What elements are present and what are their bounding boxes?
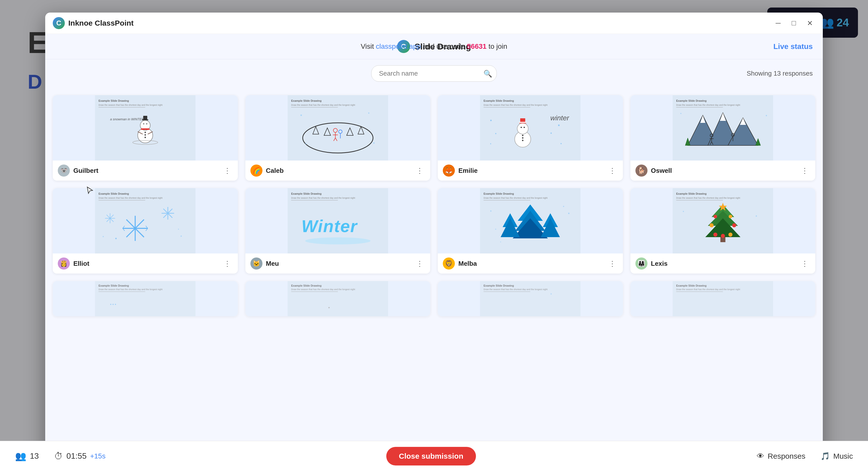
svg-text:Draw the season that has the s: Draw the season that has the shortest da…: [98, 197, 162, 199]
bottom-bar: 👥 13 ⏱ 01:55 +15s Close submission 👁 Res…: [0, 441, 868, 471]
card-footer-lexis: 👨‍👩‍👧 Lexis ⋮: [630, 253, 815, 274]
avatar-emilie: 🦊: [443, 164, 455, 177]
svg-text:Winter: Winter: [301, 217, 358, 236]
classpoint-link[interactable]: classpoint.app: [376, 42, 421, 50]
card-lexis[interactable]: Example Slide Drawing Draw the season th…: [630, 188, 815, 274]
menu-caleb[interactable]: ⋮: [414, 165, 425, 176]
timer-value: 01:55: [67, 451, 87, 461]
svg-point-13: [145, 134, 146, 136]
menu-guilbert[interactable]: ⋮: [222, 165, 233, 176]
close-submission-button[interactable]: Close submission: [386, 447, 476, 466]
name-meu: Meu: [266, 260, 411, 268]
card-drawing-partial-3: Example Slide Drawing Draw the season th…: [438, 281, 623, 316]
svg-rect-7: [141, 128, 149, 130]
search-row: 🔍 Showing 13 responses: [45, 59, 823, 88]
join-instruction: Visit classpoint.app and use code 56631 …: [361, 42, 507, 51]
responses-label: Responses: [768, 452, 805, 461]
svg-text:*: *: [490, 210, 492, 214]
svg-text:*: *: [560, 142, 562, 146]
main-modal: C Inknoe ClassPoint ─ □ ✕ C Slide Drawin…: [45, 12, 823, 466]
menu-meu[interactable]: ⋮: [414, 258, 425, 269]
card-partial-1[interactable]: Example Slide Drawing Draw the season th…: [53, 281, 238, 316]
svg-point-11: [146, 123, 147, 124]
svg-text:*: *: [180, 235, 182, 239]
card-drawing-partial-4: Example Slide Drawing Draw the season th…: [630, 281, 815, 316]
menu-melba[interactable]: ⋮: [607, 258, 618, 269]
svg-point-49: [524, 127, 525, 128]
svg-text:Example Slide Drawing: Example Slide Drawing: [484, 284, 514, 287]
svg-point-135: [728, 215, 732, 218]
svg-point-109: [305, 238, 370, 244]
svg-text:*: *: [558, 123, 560, 129]
card-drawing-emilie: Example Slide Drawing Draw the season th…: [438, 95, 623, 160]
card-guilbert[interactable]: Example Slide Drawing Draw the season th…: [53, 95, 238, 181]
card-partial-3[interactable]: Example Slide Drawing Draw the season th…: [438, 281, 623, 316]
cards-area[interactable]: Example Slide Drawing Draw the season th…: [45, 88, 823, 466]
svg-text:Example Slide Drawing: Example Slide Drawing: [98, 99, 129, 102]
svg-text:*: *: [305, 142, 307, 146]
menu-emilie[interactable]: ⋮: [607, 165, 618, 176]
timer-icon: ⏱: [54, 451, 63, 462]
card-drawing-lexis: Example Slide Drawing Draw the season th…: [630, 188, 815, 253]
music-icon: 🎵: [820, 452, 830, 461]
music-button[interactable]: 🎵 Music: [820, 452, 853, 461]
svg-text:*: *: [115, 237, 117, 242]
menu-oswell[interactable]: ⋮: [799, 165, 810, 176]
svg-point-138: [713, 232, 717, 237]
participant-count-stat: 👥 13: [15, 451, 39, 462]
card-oswell[interactable]: Example Slide Drawing Draw the season th…: [630, 95, 815, 181]
card-elliot[interactable]: Example Slide Drawing Draw the season th…: [53, 188, 238, 274]
card-drawing-partial-1: Example Slide Drawing Draw the season th…: [53, 281, 238, 316]
svg-text:Draw the season that has the s: Draw the season that has the shortest da…: [484, 104, 548, 106]
avatar-guilbert: 🐨: [58, 164, 70, 177]
search-input[interactable]: [371, 65, 497, 82]
svg-text:Draw the season that has the s: Draw the season that has the shortest da…: [484, 197, 548, 199]
svg-text:Draw the season that has the s: Draw the season that has the shortest da…: [676, 288, 740, 291]
responses-icon: 👁: [757, 452, 764, 461]
search-button[interactable]: 🔍: [484, 69, 492, 77]
card-caleb[interactable]: Example Slide Drawing Draw the season th…: [245, 95, 431, 181]
menu-lexis[interactable]: ⋮: [799, 258, 810, 269]
svg-text:*: *: [755, 215, 757, 219]
card-drawing-melba: Example Slide Drawing Draw the season th…: [438, 188, 623, 253]
maximize-button[interactable]: □: [789, 18, 799, 28]
card-footer-oswell: 🐕 Oswell ⋮: [630, 160, 815, 181]
svg-text:Draw the season that has the s: Draw the season that has the shortest da…: [291, 288, 355, 291]
svg-text:*: *: [500, 241, 501, 244]
responses-button[interactable]: 👁 Responses: [757, 452, 805, 461]
modal-titlebar: C Inknoe ClassPoint ─ □ ✕: [45, 12, 823, 34]
name-guilbert: Guilbert: [73, 167, 218, 175]
response-count: Showing 13 responses: [747, 70, 813, 77]
menu-elliot[interactable]: ⋮: [222, 258, 233, 269]
card-partial-4[interactable]: Example Slide Drawing Draw the season th…: [630, 281, 815, 316]
svg-point-136: [710, 223, 714, 227]
close-button[interactable]: ✕: [804, 18, 815, 28]
svg-point-14: [145, 137, 146, 138]
svg-text:Draw the season that has the s: Draw the season that has the shortest da…: [676, 104, 740, 106]
minimize-button[interactable]: ─: [773, 18, 783, 28]
svg-text:*: *: [300, 113, 302, 119]
svg-text:Draw the season that has the s: Draw the season that has the shortest da…: [291, 197, 355, 199]
svg-text:*: *: [683, 210, 684, 214]
svg-text:*: *: [563, 205, 564, 209]
svg-point-50: [522, 135, 523, 136]
card-footer-melba: 🦁 Melba ⋮: [438, 253, 623, 274]
card-melba[interactable]: Example Slide Drawing Draw the season th…: [438, 188, 623, 274]
participant-count: 13: [30, 451, 39, 461]
card-emilie[interactable]: Example Slide Drawing Draw the season th…: [438, 95, 623, 181]
card-drawing-partial-2: Example Slide Drawing Draw the season th…: [245, 281, 431, 316]
card-meu[interactable]: Example Slide Drawing Draw the season th…: [245, 188, 431, 274]
svg-point-139: [728, 232, 733, 237]
card-partial-2[interactable]: Example Slide Drawing Draw the season th…: [245, 281, 431, 316]
card-drawing-guilbert: Example Slide Drawing Draw the season th…: [53, 95, 238, 160]
card-drawing-elliot: Example Slide Drawing Draw the season th…: [53, 188, 238, 253]
svg-text:Example Slide Drawing: Example Slide Drawing: [98, 284, 129, 287]
cards-grid: Example Slide Drawing Draw the season th…: [53, 95, 815, 316]
app-icon: C: [53, 17, 65, 29]
avatar-elliot: 👸: [58, 257, 70, 270]
svg-text:*: *: [178, 228, 179, 231]
activity-header: C Slide Drawing Visit classpoint.app and…: [45, 34, 823, 59]
svg-text:Example Slide Drawing: Example Slide Drawing: [676, 284, 707, 287]
live-status-link[interactable]: Live status: [773, 42, 813, 51]
avatar-caleb: 🌈: [250, 164, 262, 177]
